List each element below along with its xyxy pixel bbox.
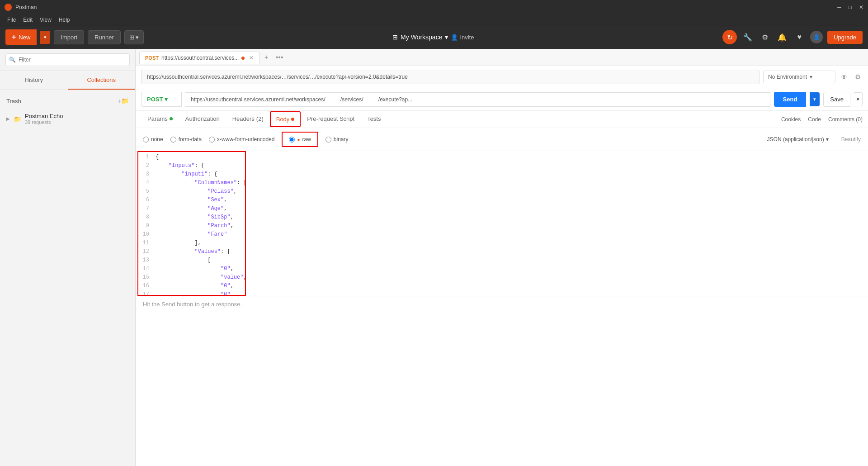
sync-button[interactable]: ↻ bbox=[722, 30, 737, 44]
close-btn[interactable]: ✕ bbox=[859, 4, 863, 10]
code-line-13: 13 [ bbox=[137, 256, 868, 265]
window-controls: ─ □ ✕ bbox=[837, 4, 863, 10]
request-line: POST ▾ Send ▾ Save ▾ bbox=[136, 88, 868, 111]
tab-headers[interactable]: Headers (2) bbox=[226, 111, 270, 128]
app-icon bbox=[5, 4, 12, 11]
heart-icon[interactable]: ♥ bbox=[793, 31, 806, 43]
code-line-9: 9 "Parch", bbox=[137, 222, 868, 230]
method-selector[interactable]: POST ▾ bbox=[141, 92, 182, 107]
radio-none[interactable]: none bbox=[143, 136, 163, 143]
json-type-selector[interactable]: JSON (application/json) ▾ bbox=[767, 136, 829, 143]
sidebar-content: Trash +📁 ▶ 📁 Postman Echo 38 requests bbox=[0, 90, 135, 466]
tab-bar: POST https://ussouthcentral.services... … bbox=[136, 49, 868, 66]
response-area: Hit the Send button to get a response. bbox=[136, 296, 868, 314]
minimize-btn[interactable]: ─ bbox=[837, 4, 841, 10]
filter-input[interactable] bbox=[5, 53, 130, 66]
trash-label: Trash bbox=[6, 98, 21, 105]
main-layout: 🔍 History Collections Trash +📁 ▶ 📁 Postm… bbox=[0, 49, 868, 466]
plus-icon: + bbox=[12, 33, 16, 41]
app-title: Postman bbox=[15, 4, 37, 10]
bell-icon[interactable]: 🔔 bbox=[776, 31, 788, 43]
collection-item-postman-echo[interactable]: ▶ 📁 Postman Echo 38 requests bbox=[0, 108, 135, 129]
import-button[interactable]: Import bbox=[54, 30, 84, 44]
code-line-1: 1 { bbox=[137, 153, 868, 162]
settings-button[interactable]: ⚙ bbox=[853, 71, 863, 83]
grid-icon: ⊞ bbox=[392, 33, 398, 41]
invite-button[interactable]: 👤 Invite bbox=[451, 34, 474, 41]
sidebar-search-area: 🔍 bbox=[0, 49, 135, 71]
method-arrow: ▾ bbox=[165, 96, 168, 103]
code-line-7: 7 "Age", bbox=[137, 204, 868, 213]
eye-button[interactable]: 👁 bbox=[839, 71, 849, 83]
layout-button[interactable]: ⊞ ▾ bbox=[124, 30, 144, 44]
wrench-icon[interactable]: 🔧 bbox=[741, 31, 754, 43]
method-badge: POST bbox=[145, 55, 159, 61]
code-link[interactable]: Code bbox=[808, 116, 821, 123]
maximize-btn[interactable]: □ bbox=[849, 4, 852, 10]
body-type-bar: none form-data x-www-form-urlencoded ● r… bbox=[136, 128, 868, 151]
cookies-link[interactable]: Cookies bbox=[781, 116, 801, 123]
sidebar: 🔍 History Collections Trash +📁 ▶ 📁 Postm… bbox=[0, 49, 136, 466]
sidebar-tabs: History Collections bbox=[0, 71, 135, 90]
chevron-icon: ▶ bbox=[6, 116, 10, 121]
radio-binary[interactable]: binary bbox=[326, 136, 349, 143]
code-editor[interactable]: 1 { 2 "Inputs": { 3 "input1": { 4 "Colum… bbox=[136, 151, 868, 296]
send-button[interactable]: Send bbox=[774, 92, 807, 107]
tab-authorization[interactable]: Authorization bbox=[179, 111, 226, 128]
code-line-8: 8 "SibSp", bbox=[137, 213, 868, 222]
code-line-14: 14 "0", bbox=[137, 265, 868, 273]
tab-params[interactable]: Params bbox=[141, 111, 179, 128]
add-folder-icon[interactable]: +📁 bbox=[118, 97, 129, 105]
tabs-menu-button[interactable]: ••• bbox=[273, 52, 286, 63]
code-line-6: 6 "Sex", bbox=[137, 196, 868, 204]
method-label: POST bbox=[147, 96, 163, 103]
menu-file[interactable]: File bbox=[4, 16, 19, 24]
avatar[interactable]: 👤 bbox=[810, 31, 823, 43]
search-icon: 🔍 bbox=[9, 57, 16, 63]
menu-edit[interactable]: Edit bbox=[19, 16, 36, 24]
environment-selector[interactable]: No Environment ▾ bbox=[763, 71, 835, 83]
new-button[interactable]: + New bbox=[5, 29, 37, 45]
code-line-3: 3 "input1": { bbox=[137, 170, 868, 179]
settings-icon[interactable]: ⚙ bbox=[759, 31, 771, 43]
tab-history[interactable]: History bbox=[0, 71, 68, 90]
save-button[interactable]: Save bbox=[823, 92, 850, 107]
tab-collections[interactable]: Collections bbox=[68, 71, 136, 90]
url-display: https://ussouthcentral.services.azureml.… bbox=[141, 70, 760, 84]
code-line-17: 17 "0", bbox=[137, 290, 868, 296]
menu-view[interactable]: View bbox=[36, 16, 55, 24]
response-label: Hit the Send button to get a response. bbox=[143, 301, 242, 308]
env-label: No Environment bbox=[768, 74, 807, 80]
radio-form-data[interactable]: form-data bbox=[170, 136, 202, 143]
collection-name: Postman Echo bbox=[25, 113, 63, 119]
tab-tests[interactable]: Tests bbox=[361, 111, 387, 128]
modified-dot bbox=[241, 57, 245, 60]
code-line-11: 11 ], bbox=[137, 239, 868, 247]
new-dropdown-arrow[interactable]: ▾ bbox=[40, 31, 50, 44]
url-bar: https://ussouthcentral.services.azureml.… bbox=[136, 66, 868, 88]
radio-raw[interactable]: ● raw bbox=[282, 132, 318, 147]
env-arrow: ▾ bbox=[810, 74, 812, 80]
radio-urlencoded[interactable]: x-www-form-urlencoded bbox=[209, 136, 274, 143]
menu-help[interactable]: Help bbox=[55, 16, 74, 24]
tab-pre-request[interactable]: Pre-request Script bbox=[301, 111, 361, 128]
titlebar: Postman ─ □ ✕ bbox=[0, 0, 868, 14]
workspace-button[interactable]: ⊞ My Workspace ▾ bbox=[392, 33, 448, 41]
send-dropdown[interactable]: ▾ bbox=[810, 92, 820, 106]
request-tabs: Params Authorization Headers (2) Body Pr… bbox=[136, 111, 868, 128]
new-label: New bbox=[19, 34, 30, 41]
code-line-5: 5 "Pclass", bbox=[137, 187, 868, 196]
body-dot bbox=[291, 118, 294, 121]
trash-row[interactable]: Trash +📁 bbox=[0, 94, 135, 108]
url-input[interactable] bbox=[185, 92, 770, 107]
request-tab[interactable]: POST https://ussouthcentral.services... … bbox=[139, 52, 259, 64]
save-dropdown[interactable]: ▾ bbox=[854, 92, 863, 106]
comments-link[interactable]: Comments (0) bbox=[828, 116, 863, 123]
beautify-button[interactable]: Beautify bbox=[841, 136, 861, 143]
new-tab-button[interactable]: + bbox=[261, 52, 271, 63]
tab-body[interactable]: Body bbox=[270, 111, 301, 127]
upgrade-button[interactable]: Upgrade bbox=[827, 31, 863, 44]
close-tab-icon[interactable]: ✕ bbox=[249, 55, 254, 61]
params-dot bbox=[170, 117, 173, 120]
runner-button[interactable]: Runner bbox=[88, 30, 121, 44]
